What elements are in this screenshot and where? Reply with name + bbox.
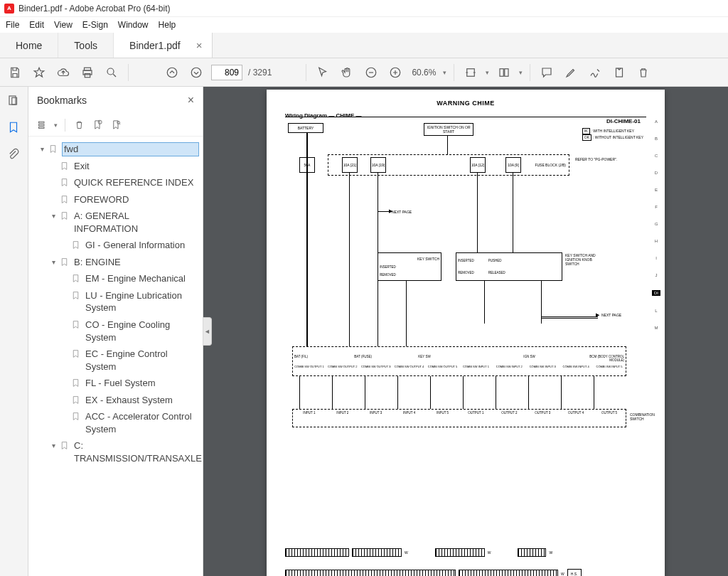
tab-close-icon[interactable]: ×: [196, 39, 203, 51]
bookmark-label: C: TRANSMISSION/TRANSAXLE: [74, 439, 203, 464]
bookmark-tree[interactable]: ▾ fwd Exit QUICK REFERENCE INDEX FOREWOR…: [28, 137, 203, 576]
panel-trash-icon[interactable]: [73, 119, 85, 132]
bookmark-item[interactable]: CO - Engine Cooling System: [33, 316, 200, 346]
bookmark-label: A: GENERAL INFORMATION: [74, 210, 198, 235]
hand-tool-icon[interactable]: [338, 63, 356, 82]
separator: [530, 64, 530, 81]
save-icon[interactable]: [6, 63, 24, 82]
tab-file-active[interactable]: Binder1.pdf ×: [114, 33, 213, 58]
bookmark-item[interactable]: EM - Engine Mechanical: [33, 270, 200, 287]
panel-new-bookmark-icon[interactable]: [91, 119, 104, 132]
bookmark-icon: [71, 274, 81, 284]
bookmark-item[interactable]: EX - Exhaust System: [33, 392, 200, 409]
bookmark-label: LU - Engine Lubrication System: [85, 289, 198, 314]
print-icon[interactable]: [78, 63, 97, 82]
page-total-label: / 3291: [248, 68, 272, 78]
menu-help[interactable]: Help: [159, 20, 176, 30]
bookmark-item[interactable]: LU - Engine Lubrication System: [33, 287, 200, 316]
bookmark-icon: [71, 349, 81, 359]
bookmark-icon: [71, 378, 81, 388]
chevron-icon[interactable]: ▾: [48, 211, 58, 221]
menu-window[interactable]: Window: [118, 20, 149, 30]
page-up-icon[interactable]: [163, 63, 181, 82]
separator: [454, 64, 454, 81]
page-down-icon[interactable]: [187, 63, 205, 82]
main-area: Bookmarks × ▾ ▾ fwd Exit QUICK REFERENCE…: [0, 87, 728, 576]
bookmark-icon: [60, 441, 70, 451]
zoom-dropdown-icon[interactable]: ▾: [443, 69, 446, 76]
bookmark-label: FOREWORD: [74, 193, 198, 206]
panel-collapse-handle[interactable]: ◄: [203, 317, 212, 346]
bookmark-item[interactable]: EC - Engine Control System: [33, 346, 200, 375]
bookmarks-icon[interactable]: [7, 121, 21, 135]
fit-dropdown-icon[interactable]: ▾: [486, 69, 489, 76]
separator: [306, 64, 306, 81]
menu-view[interactable]: View: [54, 20, 73, 30]
tab-tools[interactable]: Tools: [58, 33, 114, 58]
page-display-icon[interactable]: [495, 63, 513, 82]
svg-rect-16: [38, 127, 44, 129]
bookmark-icon: [60, 178, 70, 188]
panel-toolbar: ▾: [28, 114, 203, 137]
bookmark-label: EM - Engine Mechanical: [85, 272, 198, 285]
select-tool-icon[interactable]: [314, 63, 332, 82]
menu-file[interactable]: File: [6, 20, 19, 30]
find-icon[interactable]: [102, 63, 121, 82]
document-viewport[interactable]: ◄ WARNING CHIME Wiring Diagram — CHIME —…: [203, 87, 728, 576]
tab-file-label: Binder1.pdf: [129, 40, 181, 51]
bookmark-item[interactable]: ▾ A: GENERAL INFORMATION: [33, 208, 200, 237]
zoom-value[interactable]: 60.6%: [412, 68, 436, 78]
fit-width-icon[interactable]: [461, 63, 480, 82]
chevron-icon[interactable]: ▾: [48, 257, 58, 267]
bookmark-item[interactable]: ACC - Accelerator Control System: [33, 408, 200, 437]
separator: [128, 64, 129, 81]
thumbnails-icon[interactable]: [7, 94, 21, 108]
panel-options-icon[interactable]: [36, 119, 48, 132]
page-number-input[interactable]: [211, 65, 242, 80]
bookmark-item[interactable]: GI - General Information: [33, 237, 200, 254]
bookmark-item[interactable]: Exit: [33, 158, 200, 175]
menu-esign[interactable]: E-Sign: [82, 20, 108, 30]
cloud-upload-icon[interactable]: [54, 63, 73, 82]
next-page-label-2: NEXT PAGE: [601, 313, 621, 317]
svg-point-4: [167, 68, 177, 78]
panel-close-icon[interactable]: ×: [188, 94, 194, 107]
sign-icon[interactable]: [586, 63, 604, 82]
section-index: ABCDEFGHIJDILM: [652, 119, 660, 330]
bookmark-label: GI - General Information: [85, 239, 198, 252]
wiring-diagram: BATTERY IGNITION SWITCH ON OR START FUSE…: [285, 117, 646, 437]
delete-icon[interactable]: [634, 63, 653, 82]
panel-title: Bookmarks: [37, 95, 87, 106]
bookmark-item[interactable]: ▾ B: ENGINE: [33, 254, 200, 271]
app-pdf-icon: A: [4, 4, 14, 14]
bookmark-icon: [60, 195, 70, 205]
bookmark-label: Exit: [74, 160, 198, 173]
chevron-icon[interactable]: ▾: [48, 441, 58, 451]
star-icon[interactable]: [30, 63, 48, 82]
bookmark-item[interactable]: ▾ C: TRANSMISSION/TRANSAXLE: [33, 437, 200, 466]
attachments-icon[interactable]: [7, 148, 21, 162]
ignition-switch-block: IGNITION SWITCH ON OR START: [424, 123, 473, 136]
svg-point-17: [98, 120, 102, 124]
comment-icon[interactable]: [537, 63, 556, 82]
bookmark-icon: [71, 291, 81, 301]
legend: IK: WITH INTELLIGENT KEY OK: WITHOUT INT…: [582, 128, 643, 141]
panel-options-dropdown[interactable]: ▾: [54, 122, 58, 129]
bookmark-item[interactable]: ▾ fwd: [33, 141, 200, 158]
chevron-icon[interactable]: ▾: [37, 144, 47, 154]
bookmark-label: EC - Engine Control System: [85, 348, 198, 373]
zoom-in-icon[interactable]: [386, 63, 405, 82]
bookmark-item[interactable]: FL - Fuel System: [33, 375, 200, 392]
bookmark-item[interactable]: QUICK REFERENCE INDEX: [33, 174, 200, 191]
stamp-icon[interactable]: [610, 63, 628, 82]
tab-home[interactable]: Home: [0, 33, 58, 58]
svg-rect-14: [38, 122, 44, 123]
battery-block: BATTERY: [288, 123, 323, 133]
panel-find-bookmark-icon[interactable]: [109, 119, 122, 132]
menu-edit[interactable]: Edit: [29, 20, 44, 30]
highlight-icon[interactable]: [562, 63, 580, 82]
bookmark-item[interactable]: FOREWORD: [33, 191, 200, 208]
display-dropdown-icon[interactable]: ▾: [519, 69, 523, 76]
zoom-out-icon[interactable]: [362, 63, 380, 82]
key-switch-block: KEY SWITCH INSERTED REMOVED: [378, 252, 441, 281]
